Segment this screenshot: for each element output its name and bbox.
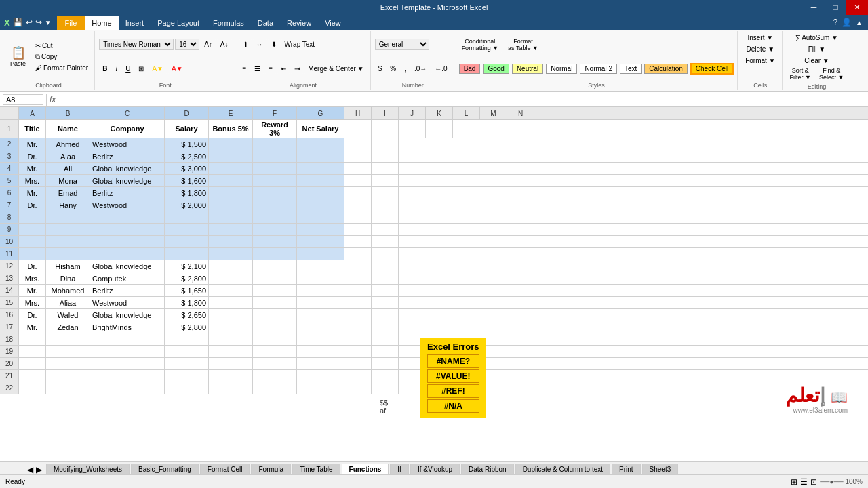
cell-h3[interactable] [344, 150, 372, 162]
ribbon-toggle-icon[interactable]: ▲ [856, 19, 863, 26]
cell-g9[interactable] [297, 224, 344, 235]
style-text[interactable]: Text [620, 64, 642, 74]
cell-a11[interactable] [19, 248, 46, 260]
minimize-button[interactable]: ─ [803, 0, 825, 15]
decimal-increase-button[interactable]: .0→ [411, 64, 430, 74]
cell-a13[interactable]: Mrs. [19, 272, 46, 284]
delete-cell-button[interactable]: Delete ▼ [743, 44, 778, 54]
sheet-nav-next[interactable]: ▶ [36, 465, 42, 474]
cell-d19[interactable] [165, 346, 209, 357]
col-header-m[interactable]: M [480, 107, 507, 119]
cell-b5[interactable]: Mona [46, 175, 90, 186]
page-layout-icon[interactable]: ⊞ [791, 477, 797, 487]
cell-d10[interactable] [165, 236, 209, 247]
cell-a22[interactable] [19, 382, 46, 394]
cell-a2[interactable]: Mr. [19, 138, 46, 150]
cell-i10[interactable] [372, 236, 399, 247]
cell-e14[interactable] [209, 285, 253, 296]
tab-page-layout[interactable]: Page Layout [151, 16, 206, 30]
bold-button[interactable]: B [99, 64, 111, 74]
merge-center-button[interactable]: Merge & Center ▼ [304, 64, 368, 74]
cell-h20[interactable] [344, 358, 372, 369]
cell-h16[interactable] [344, 309, 372, 321]
cell-f3[interactable] [253, 150, 297, 162]
cell-h18[interactable] [344, 333, 372, 345]
increase-font-button[interactable]: A↑ [201, 39, 216, 49]
cell-c4[interactable]: Global knowledge [90, 163, 165, 174]
cell-g13[interactable] [297, 272, 344, 284]
cell-e20[interactable] [209, 358, 253, 369]
cell-d8[interactable] [165, 211, 209, 223]
cell-e2[interactable] [209, 138, 253, 150]
cell-a14[interactable]: Mr. [19, 285, 46, 296]
cell-d3[interactable]: $ 2,500 [165, 150, 209, 162]
cell-f10[interactable] [253, 236, 297, 247]
decrease-font-button[interactable]: A↓ [217, 39, 232, 49]
cell-e8[interactable] [209, 211, 253, 223]
cell-a15[interactable]: Mrs. [19, 297, 46, 308]
cell-e5[interactable] [209, 175, 253, 186]
sheet-nav-prev[interactable]: ◀ [27, 465, 33, 474]
cell-f14[interactable] [253, 285, 297, 296]
cell-i8[interactable] [372, 211, 399, 223]
cell-f6[interactable] [253, 187, 297, 199]
cell-c10[interactable] [90, 236, 165, 247]
cell-i22[interactable] [372, 382, 399, 394]
cell-a4[interactable]: Mr. [19, 163, 46, 174]
cell-e15[interactable] [209, 297, 253, 308]
cell-c6[interactable]: Berlitz [90, 187, 165, 199]
cell-g11[interactable] [297, 248, 344, 260]
cell-g4[interactable] [297, 163, 344, 174]
cell-f18[interactable] [253, 333, 297, 345]
cell-c7[interactable]: Westwood [90, 199, 165, 211]
cell-c2[interactable]: Westwood [90, 138, 165, 150]
cell-g20[interactable] [297, 358, 344, 369]
cell-c20[interactable] [90, 358, 165, 369]
cell-b15[interactable]: Aliaa [46, 297, 90, 308]
cell-g3[interactable] [297, 150, 344, 162]
save-icon[interactable]: 💾 [13, 18, 23, 27]
cell-e3[interactable] [209, 150, 253, 162]
find-select-button[interactable]: Find &Select ▼ [816, 66, 847, 82]
underline-button[interactable]: U [122, 64, 134, 74]
cell-c18[interactable] [90, 333, 165, 345]
cell-f5[interactable] [253, 175, 297, 186]
cell-f19[interactable] [253, 346, 297, 357]
cell-e11[interactable] [209, 248, 253, 260]
style-good[interactable]: Good [483, 64, 509, 74]
cell-d6[interactable]: $ 1,800 [165, 187, 209, 199]
cell-a18[interactable] [19, 333, 46, 345]
cell-b18[interactable] [46, 333, 90, 345]
page-break-icon[interactable]: ⊡ [810, 477, 817, 487]
sheet-tab-data-ribbon[interactable]: Data Ribbon [461, 464, 514, 474]
tab-formulas[interactable]: Formulas [206, 16, 251, 30]
cell-d2[interactable]: $ 1,500 [165, 138, 209, 150]
conditional-formatting-button[interactable]: ConditionalFormatting ▼ [458, 37, 502, 53]
cell-a7[interactable]: Dr. [19, 199, 46, 211]
cell-e17[interactable] [209, 321, 253, 333]
align-middle-button[interactable]: ↔ [253, 39, 267, 49]
cell-a9[interactable] [19, 224, 46, 235]
style-normal[interactable]: Normal [546, 64, 577, 74]
clear-button[interactable]: Clear ▼ [801, 56, 833, 66]
sheet-tab-functions[interactable]: Functions [342, 464, 389, 474]
cell-f9[interactable] [253, 224, 297, 235]
col-header-n[interactable]: N [507, 107, 534, 119]
indent-increase-button[interactable]: ⇥ [291, 64, 303, 74]
cell-d17[interactable]: $ 2,800 [165, 321, 209, 333]
cell-g2[interactable] [297, 138, 344, 150]
cell-h19[interactable] [344, 346, 372, 357]
cell-a8[interactable] [19, 211, 46, 223]
cell-f16[interactable] [253, 309, 297, 321]
cell-d20[interactable] [165, 358, 209, 369]
cell-i4[interactable] [372, 163, 399, 174]
cell-h8[interactable] [344, 211, 372, 223]
indent-decrease-button[interactable]: ⇤ [277, 64, 290, 74]
cell-h15[interactable] [344, 297, 372, 308]
italic-button[interactable]: I [112, 64, 121, 74]
cell-g15[interactable] [297, 297, 344, 308]
cell-a16[interactable]: Dr. [19, 309, 46, 321]
cell-e12[interactable] [209, 260, 253, 272]
cell-i11[interactable] [372, 248, 399, 260]
cell-e16[interactable] [209, 309, 253, 321]
